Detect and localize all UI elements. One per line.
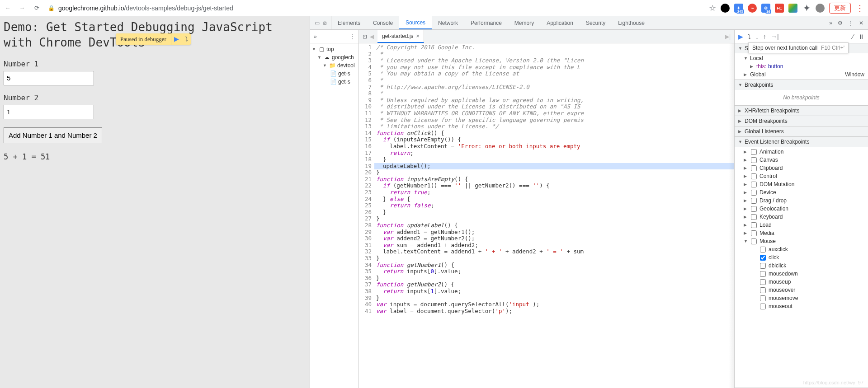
event-category-dom-mutation[interactable]: ▶ DOM Mutation — [735, 180, 868, 188]
event-mousedown[interactable]: mousedown — [735, 270, 868, 278]
reload-button[interactable]: ⟳ — [33, 4, 41, 12]
xhr-breakpoints-header[interactable]: ▶XHR/fetch Breakpoints — [735, 106, 868, 116]
code-line-38[interactable]: return inputs[1].value; — [374, 288, 734, 295]
devtools-tab-security[interactable]: Security — [580, 16, 612, 29]
event-category-keyboard[interactable]: ▶ Keyboard — [735, 213, 868, 221]
event-category-control[interactable]: ▶ Control — [735, 172, 868, 180]
code-line-39[interactable]: } — [374, 295, 734, 302]
deactivate-breakpoints-button[interactable]: ⁄ — [853, 33, 854, 40]
devtools-tab-memory[interactable]: Memory — [508, 16, 540, 29]
code-line-16[interactable]: label.textContent = 'Error: one or both … — [374, 143, 734, 150]
inspect-element-icon[interactable]: ▭ — [315, 20, 320, 26]
device-toolbar-icon[interactable]: ⎚ — [323, 20, 326, 26]
code-line-22[interactable]: if (getNumber1() === '' || getNumber2() … — [374, 182, 734, 189]
code-line-9[interactable]: * Unless required by applicable law or a… — [374, 97, 734, 104]
code-line-36[interactable]: } — [374, 275, 734, 282]
code-line-40[interactable]: var inputs = document.querySelectorAll('… — [374, 301, 734, 308]
code-line-6[interactable]: * — [374, 77, 734, 84]
code-line-8[interactable]: * — [374, 90, 734, 97]
step-over-button[interactable]: ⤵ — [748, 33, 751, 40]
code-line-26[interactable]: } — [374, 209, 734, 216]
code-line-35[interactable]: return inputs[0].value; — [374, 268, 734, 275]
profile-avatar-icon[interactable] — [816, 4, 825, 13]
ext-icon-3[interactable]: ∞ — [748, 4, 757, 13]
add-button[interactable]: Add Number 1 and Number 2 — [4, 127, 102, 143]
scope-global[interactable]: ▶GlobalWindow — [735, 70, 868, 79]
tree-file-js[interactable]: 📄get-s — [310, 78, 359, 86]
code-line-3[interactable]: * Licensed under the Apache License, Ver… — [374, 57, 734, 64]
editor-scrollbar[interactable] — [729, 43, 734, 388]
settings-gear-icon[interactable]: ⚙ — [838, 20, 843, 26]
scope-this[interactable]: ▶this: button — [735, 62, 868, 70]
pause-exceptions-button[interactable]: ⏸ — [858, 33, 864, 40]
event-category-media[interactable]: ▶ Media — [735, 229, 868, 237]
code-line-41[interactable]: var label = document.querySelector('p'); — [374, 308, 734, 315]
code-line-29[interactable]: var addend1 = getNumber1(); — [374, 229, 734, 236]
code-line-24[interactable]: } else { — [374, 196, 734, 203]
code-line-14[interactable]: function onClick() { — [374, 130, 734, 137]
event-category-device[interactable]: ▶ Device — [735, 188, 868, 196]
number1-input[interactable] — [4, 71, 94, 85]
code-line-19[interactable]: updateLabel(); — [374, 163, 734, 170]
event-category-canvas[interactable]: ▶ Canvas — [735, 156, 868, 164]
code-line-33[interactable]: } — [374, 255, 734, 262]
code-line-5[interactable]: * You may obtain a copy of the License a… — [374, 70, 734, 77]
navigator-menu-icon[interactable]: ⋮ — [349, 33, 355, 40]
ext-icon-5[interactable]: FE — [775, 4, 784, 13]
event-category-load[interactable]: ▶ Load — [735, 221, 868, 229]
breakpoints-header[interactable]: ▼Breakpoints — [735, 80, 868, 90]
code-line-12[interactable]: * See the License for the specific langu… — [374, 117, 734, 124]
step-button[interactable]: →| — [771, 33, 779, 40]
code-line-21[interactable]: function inputsAreEmpty() { — [374, 176, 734, 183]
event-category-animation[interactable]: ▶ Animation — [735, 148, 868, 156]
code-line-10[interactable]: * distributed under the License is distr… — [374, 103, 734, 110]
bookmark-star-icon[interactable]: ☆ — [709, 3, 716, 13]
code-line-27[interactable]: } — [374, 215, 734, 222]
event-click[interactable]: click — [735, 253, 868, 262]
resume-button[interactable]: ▶ — [738, 33, 743, 40]
step-into-button[interactable]: ↓ — [755, 33, 759, 40]
event-category-mouse[interactable]: ▼ Mouse — [735, 237, 868, 245]
code-line-20[interactable]: } — [374, 169, 734, 176]
code-line-31[interactable]: var sum = addend1 + addend2; — [374, 242, 734, 249]
devtools-tab-elements[interactable]: Elements — [331, 16, 367, 29]
ext-icon-6[interactable] — [788, 4, 797, 13]
extensions-puzzle-icon[interactable]: ✦ — [802, 4, 811, 13]
editor-file-tab[interactable]: get-started.js × — [377, 30, 424, 43]
more-tabs-icon[interactable]: » — [829, 20, 832, 26]
devtools-menu-icon[interactable]: ⋮ — [848, 20, 854, 26]
code-line-32[interactable]: label.textContent = addend1 + ' + ' + ad… — [374, 248, 734, 255]
code-line-25[interactable]: return false; — [374, 202, 734, 209]
event-mouseover[interactable]: mouseover — [735, 286, 868, 294]
tree-top[interactable]: ▼▢top — [310, 45, 359, 53]
devtools-tab-network[interactable]: Network — [432, 16, 464, 29]
event-category-geolocation[interactable]: ▶ Geolocation — [735, 205, 868, 213]
devtools-tab-sources[interactable]: Sources — [399, 16, 432, 29]
editor-back-icon[interactable]: ◀ — [370, 33, 374, 40]
scope-local[interactable]: ▼Local — [735, 54, 868, 62]
resume-overlay-button[interactable]: ▶ — [171, 33, 182, 45]
event-auxclick[interactable]: auxclick — [735, 245, 868, 253]
tree-file-html[interactable]: 📄get-s — [310, 70, 359, 78]
code-line-13[interactable]: * limitations under the License. */ — [374, 123, 734, 130]
global-listeners-header[interactable]: ▶Global Listeners — [735, 126, 868, 136]
code-line-4[interactable]: * you may not use this file except in co… — [374, 64, 734, 71]
devtools-tab-performance[interactable]: Performance — [464, 16, 508, 29]
event-category-clipboard[interactable]: ▶ Clipboard — [735, 164, 868, 172]
code-line-17[interactable]: return; — [374, 150, 734, 157]
devtools-tab-application[interactable]: Application — [540, 16, 580, 29]
code-line-7[interactable]: * http://www.apache.org/licenses/LICENSE… — [374, 84, 734, 91]
event-listener-header[interactable]: ▼Event Listener Breakpoints — [735, 137, 868, 147]
update-button[interactable]: 更新 — [829, 3, 851, 14]
editor-nav-icon[interactable]: ⊡ — [363, 33, 367, 40]
navigator-more-icon[interactable]: » — [314, 33, 317, 40]
code-line-37[interactable]: function getNumber2() { — [374, 281, 734, 288]
code-line-18[interactable]: } — [374, 156, 734, 163]
code-line-15[interactable]: if (inputsAreEmpty()) { — [374, 136, 734, 143]
tree-domain[interactable]: ▼☁googlech — [310, 53, 359, 61]
chrome-menu-icon[interactable]: ⋮ — [855, 3, 864, 14]
code-line-30[interactable]: var addend2 = getNumber2(); — [374, 235, 734, 242]
devtools-tab-console[interactable]: Console — [367, 16, 399, 29]
devtools-tab-lighthouse[interactable]: Lighthouse — [612, 16, 651, 29]
step-overlay-button[interactable]: ⤵ — [182, 34, 191, 45]
